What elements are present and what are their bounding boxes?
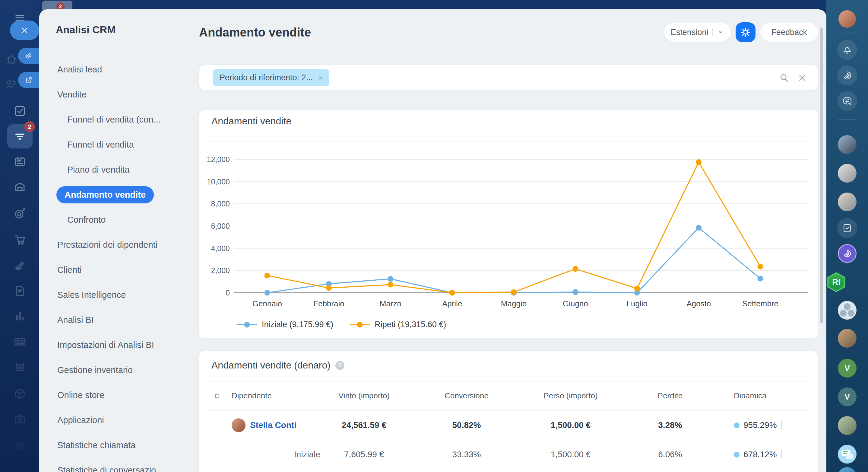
employee-link[interactable]: Stella Conti bbox=[250, 420, 297, 430]
column-header[interactable]: Vinto (importo) bbox=[325, 391, 403, 401]
chat-avatar[interactable] bbox=[838, 164, 857, 183]
sign-icon bbox=[13, 258, 27, 272]
data-point-ripeti[interactable] bbox=[450, 290, 455, 296]
search-icon[interactable] bbox=[779, 73, 789, 83]
data-point-ripeti[interactable] bbox=[757, 264, 763, 269]
column-header[interactable]: Conversione bbox=[403, 391, 530, 401]
sidebar-item-sales-intelligence[interactable]: Sales Intelligence bbox=[57, 283, 199, 307]
rail-item-business-card[interactable] bbox=[13, 335, 27, 348]
rail-item-document[interactable] bbox=[13, 284, 27, 298]
dinamica-cell: 678.12% bbox=[729, 450, 809, 459]
rail-item-crm-active[interactable]: 2 bbox=[7, 124, 33, 148]
data-point-iniziale[interactable] bbox=[388, 276, 393, 282]
column-header[interactable]: Dipendente bbox=[225, 391, 325, 401]
column-header[interactable]: Perso (importo) bbox=[530, 391, 611, 401]
sidebar-item-piano-di-vendita[interactable]: Piano di vendita bbox=[57, 157, 199, 182]
chat-avatar[interactable] bbox=[838, 193, 857, 211]
rail-item-cart[interactable] bbox=[13, 233, 27, 246]
sidebar-item-prestazioni-dei-dipendenti[interactable]: Prestazioni dei dipendenti bbox=[57, 232, 199, 258]
legend-item-iniziale[interactable]: Iniziale (9,175.99 €) bbox=[237, 320, 333, 329]
data-point-ripeti[interactable] bbox=[696, 159, 702, 165]
copy-link-button[interactable] bbox=[18, 48, 39, 64]
rail-item-marketing[interactable] bbox=[13, 207, 27, 220]
chat-avatar-v[interactable]: V bbox=[838, 387, 857, 406]
sidebar-item-clienti[interactable]: Clienti bbox=[57, 258, 199, 283]
ai-robot-icon bbox=[13, 361, 27, 374]
data-point-ripeti[interactable] bbox=[511, 289, 517, 295]
sidebar-item-active-pill[interactable]: Andamento vendite bbox=[56, 186, 154, 203]
data-point-iniziale[interactable] bbox=[696, 225, 702, 231]
sidebar-item-impostazioni-di-analisi-bi[interactable]: Impostazioni di Analisi BI bbox=[57, 332, 199, 358]
filter-chip-period[interactable]: Periodo di riferimento: 2... bbox=[213, 69, 329, 86]
ri-workflow-badge[interactable]: RI bbox=[826, 272, 868, 292]
sidebar-item-vendite[interactable]: Vendite bbox=[57, 82, 199, 107]
employee-cell: Stella Conti bbox=[225, 418, 325, 432]
chat-transfer-button[interactable] bbox=[837, 91, 857, 111]
data-point-ripeti[interactable] bbox=[326, 285, 332, 291]
data-point-ripeti[interactable] bbox=[572, 266, 578, 272]
column-header[interactable]: Dinamica bbox=[729, 391, 809, 401]
chat-avatar-v[interactable]: V bbox=[838, 359, 857, 378]
data-point-ripeti[interactable] bbox=[634, 286, 640, 292]
rail-item-ai-robot[interactable] bbox=[13, 361, 27, 374]
sidebar-item-gestione-inventario[interactable]: Gestione inventario bbox=[57, 358, 199, 383]
open-in-new-button[interactable] bbox=[18, 72, 39, 88]
device-check-button[interactable] bbox=[837, 218, 857, 238]
table-row[interactable]: Stella Conti24,561.59 €50.82%1,500.00 €3… bbox=[208, 410, 809, 440]
chat-avatar[interactable] bbox=[838, 416, 857, 435]
dinamica-cell: 955.29% bbox=[729, 420, 809, 430]
data-point-iniziale[interactable] bbox=[757, 276, 763, 282]
sidebar-item-analisi-lead[interactable]: Analisi lead bbox=[57, 57, 199, 82]
feedback-button[interactable]: Feedback bbox=[760, 23, 818, 42]
rail-item-planner[interactable] bbox=[13, 155, 27, 168]
extensions-button[interactable]: Estensioni bbox=[664, 23, 731, 42]
vinto-cell: 7,605.99 € bbox=[325, 450, 403, 459]
sidebar-item-applicazioni[interactable]: Applicazioni bbox=[57, 408, 199, 433]
settings-button[interactable] bbox=[736, 22, 755, 42]
filter-bar[interactable]: Periodo di riferimento: 2... bbox=[199, 65, 818, 91]
messenger-rail: RIVV bbox=[826, 0, 868, 472]
chat-avatar[interactable] bbox=[838, 135, 857, 154]
chat-avatar[interactable] bbox=[838, 329, 857, 348]
home-icon[interactable] bbox=[5, 53, 18, 66]
sidebar-item-statistiche-chiamata[interactable]: Statistiche chiamata bbox=[57, 433, 199, 458]
data-point-iniziale[interactable] bbox=[572, 289, 578, 295]
legend-marker bbox=[237, 324, 257, 325]
rail-item-sign[interactable] bbox=[13, 258, 27, 272]
copilot-button[interactable] bbox=[837, 65, 857, 85]
copilot-chat-avatar[interactable] bbox=[838, 244, 857, 263]
legend-item-ripeti[interactable]: Ripeti (19,315.60 €) bbox=[350, 320, 446, 329]
sidebar-item-statistiche-di-conversazio[interactable]: Statistiche di conversazio... bbox=[57, 458, 199, 472]
close-panel-button[interactable] bbox=[10, 21, 39, 40]
divider bbox=[712, 28, 713, 36]
contacts-icon[interactable] bbox=[4, 77, 18, 91]
chip-close-icon[interactable] bbox=[318, 75, 323, 81]
rail-item-inventory-box[interactable] bbox=[13, 387, 27, 401]
table-row[interactable]: Iniziale7,605.99 €33.33%1,500.00 €6.06%6… bbox=[208, 440, 809, 469]
y-axis-tick: 4,000 bbox=[211, 244, 230, 253]
notifications-button[interactable] bbox=[837, 40, 857, 60]
sidebar-item-confronto[interactable]: Confronto bbox=[57, 207, 199, 232]
sidebar-item-online-store[interactable]: Online store bbox=[57, 383, 199, 408]
chat-avatar[interactable] bbox=[838, 467, 857, 472]
sidebar-item-analisi-bi[interactable]: Analisi BI bbox=[57, 307, 199, 332]
sidebar-item-funnel-di-vendita[interactable]: Funnel di vendita bbox=[57, 132, 199, 157]
rail-item-settings-gear[interactable] bbox=[13, 439, 27, 453]
rail-item-camera[interactable] bbox=[13, 413, 27, 426]
data-point-ripeti[interactable] bbox=[265, 272, 270, 278]
data-point-ripeti[interactable] bbox=[388, 282, 393, 288]
column-settings[interactable] bbox=[208, 392, 225, 400]
current-user-avatar[interactable] bbox=[838, 10, 856, 28]
sidebar-item-funnel-di-vendita-con[interactable]: Funnel di vendita (con... bbox=[57, 107, 199, 132]
column-header[interactable]: Perdite bbox=[611, 391, 729, 401]
rail-item-tasks[interactable] bbox=[13, 105, 27, 118]
data-point-iniziale[interactable] bbox=[265, 290, 270, 296]
sidebar-item-andamento-vendite[interactable]: Andamento vendite bbox=[57, 182, 199, 207]
chat-bubbles-avatar[interactable] bbox=[838, 445, 857, 464]
vertical-scrollbar[interactable] bbox=[820, 27, 823, 323]
group-chat-avatar[interactable] bbox=[838, 301, 857, 320]
clear-filter-icon[interactable] bbox=[798, 73, 807, 82]
rail-item-analytics[interactable] bbox=[13, 309, 27, 323]
rail-item-storage[interactable] bbox=[13, 180, 27, 194]
help-icon[interactable]: ? bbox=[335, 361, 344, 370]
